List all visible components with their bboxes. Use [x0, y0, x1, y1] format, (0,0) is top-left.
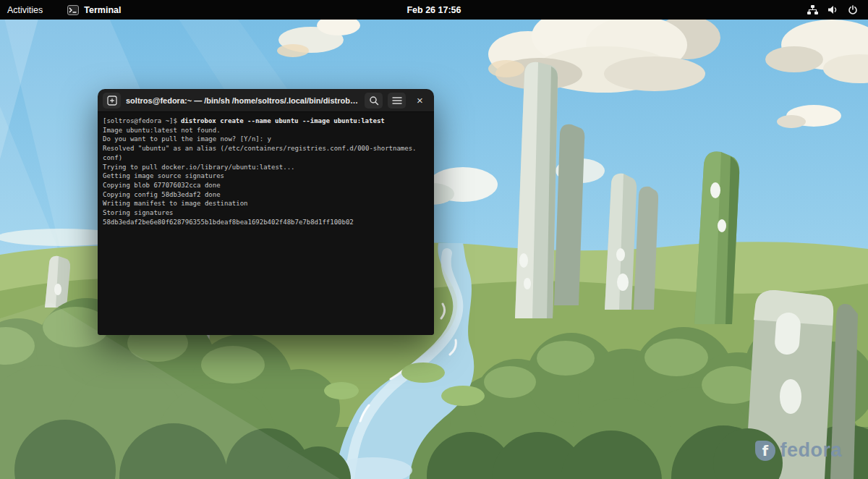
desktop: Activities Terminal Feb 26 17:56	[0, 0, 868, 479]
terminal-line: Copying config 58db3edaf2 done	[103, 190, 429, 200]
terminal-output: Image ubuntu:latest not found.Do you wan…	[103, 126, 429, 227]
terminal-line: 58db3edaf2be6e80f628796355b1bdeaf8bea169…	[103, 218, 429, 227]
power-icon	[848, 5, 858, 15]
terminal-app-icon	[67, 5, 79, 15]
shell-command: distrobox create --name ubuntu --image u…	[181, 117, 385, 124]
search-icon	[369, 96, 379, 106]
new-tab-icon	[107, 96, 117, 106]
terminal-line: Trying to pull docker.io/library/ubuntu:…	[103, 163, 429, 172]
screen-share-icon	[807, 5, 818, 14]
terminal-line: Image ubuntu:latest not found.	[103, 126, 429, 135]
fedora-logo: f fedora	[754, 439, 842, 462]
focused-app-label: Terminal	[84, 5, 121, 15]
terminal-titlebar[interactable]: soltros@fedora:~ — /bin/sh /home/soltros…	[98, 89, 434, 112]
terminal-window: soltros@fedora:~ — /bin/sh /home/soltros…	[98, 89, 434, 335]
menu-button[interactable]	[388, 93, 406, 109]
terminal-line: Storing signatures	[103, 208, 429, 218]
terminal-line: conf)	[103, 153, 429, 163]
system-status-area[interactable]	[797, 3, 868, 17]
svg-text:f: f	[762, 443, 769, 459]
top-bar: Activities Terminal Feb 26 17:56	[0, 0, 868, 20]
terminal-body[interactable]: [soltros@fedora ~]$distrobox create --na…	[98, 112, 434, 335]
focused-app-indicator[interactable]: Terminal	[61, 3, 127, 17]
new-tab-button[interactable]	[103, 93, 121, 109]
fedora-logo-icon: f	[754, 440, 776, 462]
terminal-line: Do you want to pull the image now? [Y/n]…	[103, 135, 429, 144]
activities-button[interactable]: Activities	[0, 3, 50, 17]
search-button[interactable]	[365, 93, 383, 109]
fedora-logo-text: fedora	[780, 439, 842, 462]
close-button[interactable]: ×	[411, 93, 429, 109]
terminal-line: Getting image source signatures	[103, 171, 429, 181]
terminal-window-title: soltros@fedora:~ — /bin/sh /home/soltros…	[126, 96, 359, 105]
terminal-line: Copying blob 677076032cca done	[103, 181, 429, 190]
volume-icon	[827, 5, 838, 14]
clock-button[interactable]: Feb 26 17:56	[399, 3, 468, 17]
hamburger-menu-icon	[392, 96, 402, 105]
shell-prompt: [soltros@fedora ~]$	[103, 117, 177, 124]
terminal-prompt-line: [soltros@fedora ~]$distrobox create --na…	[103, 116, 429, 126]
terminal-line: Writing manifest to image destination	[103, 199, 429, 208]
terminal-line: Resolved "ubuntu" as an alias (/etc/cont…	[103, 144, 429, 153]
